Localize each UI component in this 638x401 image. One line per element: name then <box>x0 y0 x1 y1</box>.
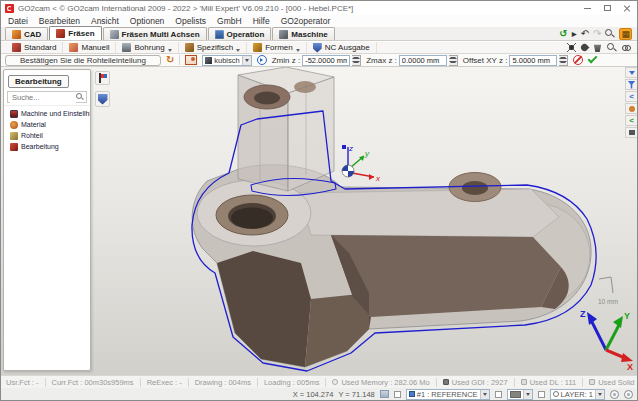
reference-select[interactable]: #1 : REFERENCE <box>406 389 490 400</box>
zmin-input[interactable] <box>302 55 350 66</box>
chevron-down-icon <box>629 71 635 75</box>
triad-y-label: y <box>364 149 370 158</box>
confirm-check-icon[interactable] <box>588 54 598 64</box>
maximize-button[interactable] <box>597 1 617 15</box>
status-reexec: ReExec : - <box>141 378 189 387</box>
delete-bucket-icon[interactable] <box>593 43 602 52</box>
pointer-tool-icon[interactable]: ▸ <box>572 29 577 39</box>
stock-type-select[interactable]: kubisch <box>202 55 251 66</box>
grid-toggle-icon[interactable] <box>380 390 389 398</box>
tab-fraesen[interactable]: Fräsen <box>49 26 101 40</box>
step-back-button[interactable]: < <box>625 115 638 126</box>
stock-picture-icon[interactable] <box>185 55 197 65</box>
menu-go2operator[interactable]: GO2operator <box>281 16 331 26</box>
tab-fraesen-label: Fräsen <box>68 29 94 38</box>
tree-item-machine-label: Machine und Einstellhilfe <box>21 110 90 117</box>
color-checkbox[interactable] <box>495 391 502 398</box>
tree-item-machine[interactable]: Machine und Einstellhilfe <box>10 108 90 119</box>
filter-button[interactable] <box>625 79 638 90</box>
button-formen[interactable]: Formen <box>247 42 307 53</box>
redo-icon[interactable]: ↷ <box>593 29 601 39</box>
display-settings-icon[interactable] <box>624 390 633 399</box>
tab-operation[interactable]: Operation <box>208 27 272 40</box>
close-button[interactable] <box>617 1 637 15</box>
render-settings-icon[interactable] <box>567 43 576 52</box>
zmax-stepper[interactable] <box>449 55 458 66</box>
search-icon[interactable] <box>76 93 84 101</box>
menu-opelists[interactable]: Opelists <box>175 16 206 26</box>
zoom-search-icon[interactable] <box>605 29 615 39</box>
button-bohrung[interactable]: Bohrung <box>116 42 178 53</box>
status-drawing: Drawing : 004ms <box>189 378 258 387</box>
menu-hilfe[interactable]: Hilfe <box>253 16 270 26</box>
milling-toolbar: Standard Manuell Bohrung Spezifisch Form… <box>1 42 637 54</box>
zmin-stepper[interactable] <box>352 55 361 66</box>
lever-part[interactable] <box>192 165 591 367</box>
minimize-button[interactable] <box>577 1 597 15</box>
button-manuell[interactable]: Manuell <box>63 42 116 53</box>
specific-icon <box>185 43 194 52</box>
collapse-panel-button[interactable] <box>625 67 638 78</box>
offset-xy-input[interactable] <box>509 55 557 66</box>
standard-icon <box>12 43 21 52</box>
stock-type-dropdown[interactable] <box>242 56 251 65</box>
layer-dropdown[interactable] <box>595 390 604 399</box>
previous-view-button[interactable]: < <box>625 91 638 102</box>
tab-maschine[interactable]: Maschine <box>272 27 334 40</box>
menu-optionen[interactable]: Optionen <box>130 16 165 26</box>
reference-checkbox[interactable] <box>394 391 401 398</box>
chevron-down-icon <box>236 49 240 52</box>
tree-item-rohteil[interactable]: Rohteil <box>10 130 90 141</box>
color-select[interactable] <box>507 389 533 400</box>
sync-icon[interactable]: ↺ <box>559 29 567 39</box>
menu-ansicht[interactable]: Ansicht <box>91 16 119 26</box>
stock-block[interactable] <box>238 67 334 191</box>
touch-mode-button[interactable] <box>625 103 638 114</box>
undo-icon[interactable]: ↶ <box>581 29 589 39</box>
coordinate-bar: X = 104.274 Y = 71.148 #1 : REFERENCE LA… <box>1 388 637 400</box>
chevron-down-icon <box>598 393 602 396</box>
tab-cad[interactable]: CAD <box>5 27 48 40</box>
coord-y: Y = 71.148 <box>338 390 374 399</box>
tree-item-bearbeitung[interactable]: Bearbeitung <box>10 141 90 152</box>
manuell-label: Manuell <box>81 43 109 52</box>
reference-dropdown[interactable] <box>480 390 489 399</box>
shield-button[interactable] <box>95 91 110 107</box>
status-used-solid: Used Solid : 3 <box>583 378 638 387</box>
reference-icon <box>409 391 415 397</box>
button-nc-ausgabe[interactable]: NC Ausgabe <box>307 42 377 53</box>
magnifier-icon[interactable] <box>607 43 617 53</box>
menu-bearbeiten[interactable]: Bearbeiten <box>39 16 80 26</box>
layer-checkbox[interactable] <box>538 391 545 398</box>
menu-datei[interactable]: Datei <box>8 16 28 26</box>
panel-tab-bearbeitung[interactable]: Bearbeitung <box>8 75 69 88</box>
color-swatch <box>510 391 521 398</box>
info-play-icon[interactable] <box>257 55 267 65</box>
triad-x-label: x <box>375 174 381 183</box>
tree-item-material[interactable]: Material <box>10 119 90 130</box>
rotate-stock-icon[interactable]: ↻ <box>166 55 174 65</box>
camera-button[interactable] <box>625 127 638 138</box>
model-3d[interactable]: z y x 10 mm Z <box>1 67 638 375</box>
button-spezifisch[interactable]: Spezifisch <box>179 42 247 53</box>
snap-settings-icon[interactable] <box>610 390 619 399</box>
nav-triad[interactable]: Z Y X <box>580 309 633 372</box>
cancel-icon[interactable] <box>573 55 583 65</box>
tab-fraesen-multi-achsen[interactable]: Fräsen Multi Achsen <box>103 27 207 40</box>
offset-xy-stepper[interactable] <box>559 55 568 66</box>
visibility-glasses-icon[interactable] <box>622 43 631 52</box>
origin-triad: z y x <box>342 144 381 183</box>
grid-view-icon[interactable]: ▦ <box>619 28 632 40</box>
color-dropdown[interactable] <box>523 390 532 399</box>
search-input[interactable] <box>10 92 76 103</box>
zmax-input[interactable] <box>399 55 447 66</box>
color-fill-icon[interactable] <box>580 43 590 53</box>
status-used-gdi: Used GDI : 2927 <box>437 378 515 387</box>
button-standard[interactable]: Standard <box>6 42 63 53</box>
menu-gmbh[interactable]: GmbH <box>217 16 242 26</box>
viewport[interactable]: z y x 10 mm Z <box>1 67 638 375</box>
flag-button[interactable] <box>95 71 110 85</box>
filter-icon <box>628 81 636 89</box>
layer-select[interactable]: LAYER: 1 <box>550 389 605 400</box>
chevron-down-icon <box>483 393 487 396</box>
